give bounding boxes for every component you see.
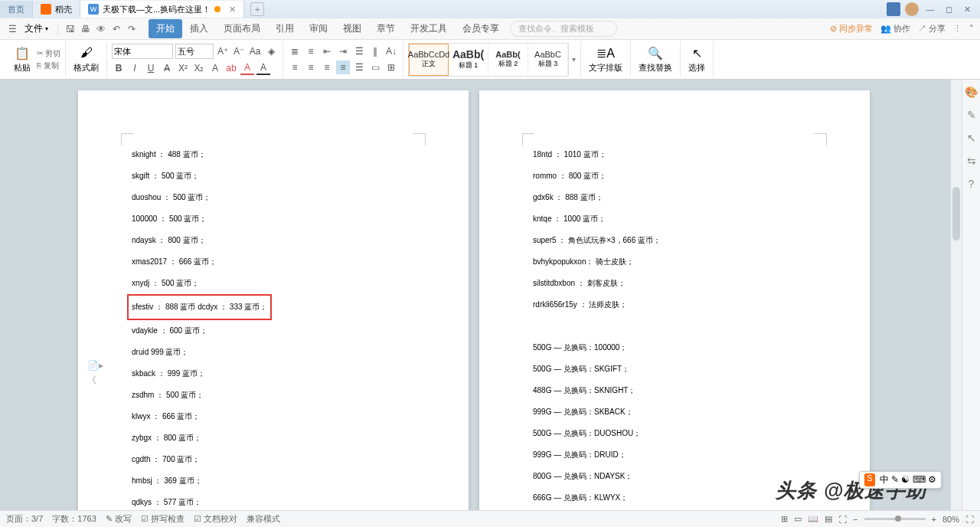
tab-view[interactable]: 视图 <box>335 19 369 38</box>
view-mode3-icon[interactable]: 📖 <box>808 514 818 524</box>
settings-icon[interactable]: ⇆ <box>967 155 976 167</box>
copy-button[interactable]: ⎘ 复制 <box>37 61 60 71</box>
text-line[interactable]: 500G — 兑换码：100000； <box>533 337 824 358</box>
shrink-font-icon[interactable]: A⁻ <box>232 44 246 58</box>
text-line[interactable]: silstitdbxbon ： 刺客皮肤； <box>533 273 824 294</box>
line-spacing-icon[interactable]: ‖ <box>368 44 382 58</box>
tab-start[interactable]: 开始 <box>149 19 182 38</box>
format-brush-button[interactable]: 🖌格式刷 <box>70 44 102 75</box>
italic-button[interactable]: I <box>128 61 142 75</box>
page-toggle-icon[interactable]: 📄▸ <box>87 360 103 371</box>
preview-icon[interactable]: 👁 <box>95 23 107 35</box>
document-area[interactable]: sknight ： 488 蓝币；skgift ： 500 蓝币；duoshou… <box>0 80 962 510</box>
text-line[interactable]: 999G — 兑换码：DRUID； <box>533 444 824 466</box>
text-line[interactable]: zsdhm ： 500 蓝币； <box>132 385 423 406</box>
strike-button[interactable]: A̶ <box>160 61 174 75</box>
collapse-ribbon-icon[interactable]: ˄ <box>969 24 974 34</box>
tab-reference[interactable]: 引用 <box>268 19 302 38</box>
text-line[interactable]: zybgx ： 800 蓝币； <box>132 427 423 449</box>
save-icon[interactable]: 🖫 <box>64 23 77 35</box>
text-line[interactable]: bvhykpopukxon： 骑士皮肤； <box>533 251 824 273</box>
style-gallery[interactable]: AaBbCcDd正文 AaBb(标题 1 AaBb(标题 2 AaBbC标题 3 <box>408 43 569 77</box>
text-line[interactable]: vdaykle ： 600 蓝币； <box>132 320 423 342</box>
tab-vip[interactable]: 会员专享 <box>455 19 507 38</box>
print-icon[interactable]: 🖶 <box>80 23 92 35</box>
scroll-thumb[interactable] <box>952 187 960 241</box>
tab-home[interactable]: 首页 <box>0 1 33 18</box>
align-justify-icon[interactable]: ≡ <box>336 61 350 74</box>
text-direction-icon[interactable]: ☰ <box>352 44 366 58</box>
distribute-icon[interactable]: ☰ <box>352 61 366 74</box>
cut-button[interactable]: ✂ 剪切 <box>37 48 60 59</box>
minimize-button[interactable]: — <box>923 2 937 16</box>
text-line[interactable]: xnydj ： 500 蓝币； <box>132 273 423 294</box>
tab-review[interactable]: 审阅 <box>302 19 335 38</box>
zoom-slider[interactable] <box>864 518 926 520</box>
font-color2-button[interactable]: A <box>256 61 270 75</box>
zoom-fit-icon[interactable]: ⛶ <box>838 515 847 524</box>
tab-document[interactable]: W天极下载—文...换码在这里！✕ <box>80 1 244 18</box>
sort-icon[interactable]: A↓ <box>384 44 398 58</box>
font-size-select[interactable] <box>175 44 214 59</box>
ime-bar[interactable]: S中 ✎ ☯ ⌨ ⚙ <box>859 471 942 489</box>
search-input[interactable]: 查找命令、搜索模板 <box>510 21 617 37</box>
coop-button[interactable]: 👥 协作 <box>880 23 910 34</box>
align-right-icon[interactable]: ≡ <box>320 61 334 74</box>
zoom-level[interactable]: 80% <box>942 515 959 524</box>
superscript-button[interactable]: X² <box>176 61 190 75</box>
text-line[interactable]: hmbsj ： 369 蓝币； <box>132 470 423 492</box>
outdent-icon[interactable]: ⇤ <box>320 44 334 58</box>
redo-icon[interactable]: ↷ <box>126 23 138 35</box>
style-more-icon[interactable]: ▾ <box>572 55 576 64</box>
zoom-in-button[interactable]: + <box>932 515 936 524</box>
undo-icon[interactable]: ↶ <box>110 23 122 35</box>
palette-icon[interactable]: 🎨 <box>965 86 978 98</box>
pointer-icon[interactable]: ↖ <box>967 132 976 144</box>
text-line[interactable]: 999G — 兑换码：SKBACK； <box>533 401 824 423</box>
text-line[interactable]: xmas2017 ： 666 蓝币； <box>132 251 423 273</box>
text-line[interactable]: duoshou ： 500 蓝币； <box>132 187 423 208</box>
close-tab-icon[interactable]: ✕ <box>229 5 236 15</box>
text-line[interactable]: klwyx ： 666 蓝币； <box>132 406 423 427</box>
page-collapse-icon[interactable]: 《 <box>87 374 103 387</box>
text-line[interactable]: qdkys ： 577 蓝币； <box>132 492 423 510</box>
view-mode2-icon[interactable]: ▭ <box>794 514 802 524</box>
clear-format-icon[interactable]: ◈ <box>264 44 278 58</box>
sync-status[interactable]: ⊘ 同步异常 <box>830 23 873 34</box>
bold-button[interactable]: B <box>112 61 126 75</box>
tab-dev[interactable]: 开发工具 <box>403 19 455 38</box>
add-tab-button[interactable]: + <box>250 2 264 16</box>
border-icon[interactable]: ⊞ <box>384 61 398 74</box>
tab-layout[interactable]: 页面布局 <box>216 19 268 38</box>
style-h2[interactable]: AaBb(标题 2 <box>488 44 528 76</box>
text-line[interactable] <box>533 316 824 337</box>
paste-button[interactable]: 📋粘贴 <box>11 44 34 75</box>
compat-mode[interactable]: 兼容模式 <box>247 513 280 525</box>
font-name-select[interactable] <box>112 44 173 59</box>
page-side-controls[interactable]: 📄▸《 <box>87 360 103 387</box>
rewrite-button[interactable]: ✎ 改写 <box>106 513 132 525</box>
more-icon[interactable]: ⋮ <box>953 24 962 34</box>
help-icon[interactable]: ? <box>969 178 975 190</box>
share-button[interactable]: ↗ 分享 <box>918 23 946 34</box>
file-menu[interactable]: 文件▾ <box>21 22 51 35</box>
word-count[interactable]: 字数：1763 <box>52 513 96 525</box>
underline-button[interactable]: U <box>144 61 158 75</box>
text-line[interactable]: skback ： 999 蓝币； <box>132 363 423 385</box>
text-line[interactable]: 500G — 兑换码：SKGIFT； <box>533 358 824 380</box>
page-2[interactable]: 18ntd ： 1010 蓝币；rommo ： 800 蓝币；gdx6k ： 8… <box>479 90 870 510</box>
text-line[interactable]: druid 999 蓝币； <box>132 342 423 363</box>
close-button[interactable]: ✕ <box>960 2 974 16</box>
text-line[interactable]: 100000 ： 500 蓝币； <box>132 208 423 230</box>
style-body[interactable]: AaBbCcDd正文 <box>409 44 449 76</box>
text-layout-button[interactable]: ≣A文字排版 <box>586 44 626 75</box>
indent-icon[interactable]: ⇥ <box>336 44 350 58</box>
zoom-out-button[interactable]: − <box>853 515 858 524</box>
page-1[interactable]: sknight ： 488 蓝币；skgift ： 500 蓝币；duoshou… <box>78 90 469 510</box>
maximize-button[interactable]: ◻ <box>942 2 956 16</box>
text-line[interactable]: 18ntd ： 1010 蓝币； <box>533 144 824 165</box>
text-line[interactable]: sfestiv ： 888 蓝币 dcdyx ： 333 蓝币； <box>132 294 423 320</box>
tab-insert[interactable]: 插入 <box>182 19 216 38</box>
avatar[interactable] <box>905 2 919 16</box>
text-line[interactable]: rdrkli656r15y ： 法师皮肤； <box>533 294 824 316</box>
